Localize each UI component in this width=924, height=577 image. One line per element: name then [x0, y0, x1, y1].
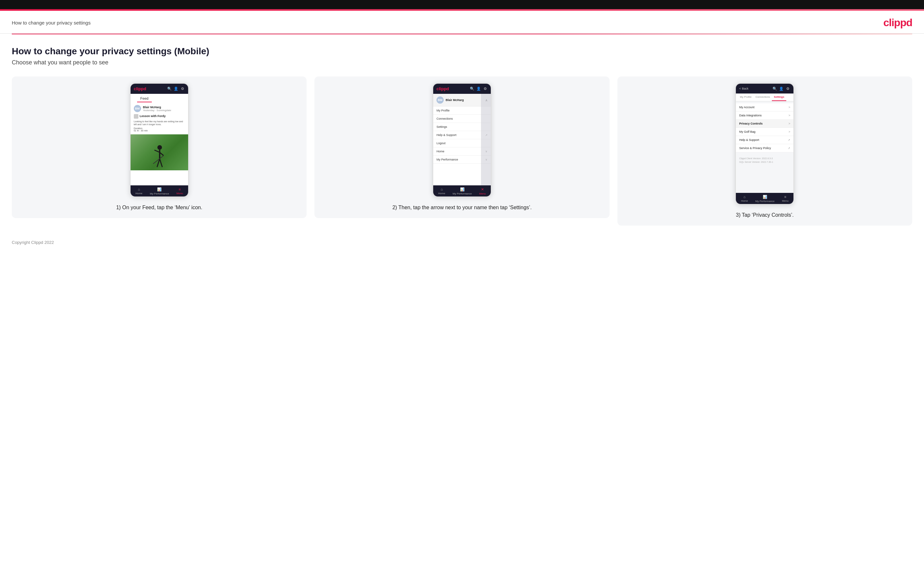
settings-item-privacycontrols: Privacy Controls >	[736, 120, 793, 128]
search-icon-3: 🔍	[772, 86, 777, 91]
phone-3-tabbar: ⌂ Home 📊 My Performance ≡ Menu	[736, 193, 793, 204]
search-icon-2: 🔍	[470, 87, 475, 91]
settings-icon-3: ⚙	[786, 86, 790, 91]
phone-1-tabbar: ⌂ Home 📊 My Performance ≡ Menu	[131, 185, 188, 197]
menu-avatar: BM	[436, 97, 444, 104]
search-icon: 🔍	[167, 87, 172, 91]
phone-1-icons: 🔍 👤 ⚙	[167, 87, 185, 91]
step-3-caption: 3) Tap ‘Privacy Controls’.	[736, 211, 794, 219]
settings-item-mygolfbag: My Golf Bag >	[736, 128, 793, 136]
settings-back-button: < Back	[739, 87, 748, 90]
settings-tab-settings: Settings	[772, 93, 786, 101]
menu-user-left: BM Blair McHarg	[436, 97, 464, 104]
tab-menu-3: ≡ Menu	[782, 195, 788, 203]
feed-lesson-desc: Looking to feel like my hands are exitin…	[134, 120, 185, 126]
feed-user-name: Blair McHarg	[143, 106, 171, 109]
settings-item-helpsupport: Help & Support ↗	[736, 136, 793, 144]
phone-1-content: Feed BM Blair McHarg Yesterday · Sunning…	[131, 94, 188, 185]
tab-performance-2: 📊 My Performance	[452, 187, 472, 195]
settings-content: My Account > Data Integrations > Privacy…	[736, 102, 793, 193]
feed-duration: Duration 01 hr : 30 min	[134, 127, 185, 132]
feed-golf-image	[131, 134, 188, 170]
user-icon-3: 👤	[779, 86, 783, 91]
settings-tab-myprofile: My Profile	[738, 93, 754, 101]
svg-line-5	[160, 159, 162, 167]
chevron-privacycontrols: >	[788, 122, 790, 125]
blurred-bg	[481, 94, 491, 185]
step-2-caption: 2) Then, tap the arrow next to your name…	[392, 204, 532, 211]
settings-tab-connections: Connections	[754, 93, 772, 101]
settings-tabs: My Profile Connections Settings	[736, 93, 793, 102]
page-subheading: Choose what you want people to see	[12, 59, 912, 66]
chevron-dataintegrations: >	[788, 114, 790, 117]
feed-user-row: BM Blair McHarg Yesterday · Sunningdale	[134, 105, 185, 112]
user-icon: 👤	[174, 87, 178, 91]
feed-user-info: Blair McHarg Yesterday · Sunningdale	[143, 106, 171, 112]
golfer-svg	[151, 144, 168, 170]
feed-avatar: BM	[134, 105, 141, 112]
settings-item-dataintegrations: Data Integrations >	[736, 111, 793, 120]
chevron-mygolfbag: >	[788, 130, 790, 134]
svg-point-0	[157, 145, 162, 150]
chevron-myaccount: >	[788, 106, 790, 109]
feed-post: BM Blair McHarg Yesterday · Sunningdale …	[131, 102, 188, 134]
step-3-card: < Back 🔍 👤 ⚙ My Profile Connections Sett…	[617, 76, 912, 226]
tab-home: ⌂ Home	[136, 187, 142, 195]
tab-home-2: ⌂ Home	[438, 187, 445, 195]
step-3-phone: < Back 🔍 👤 ⚙ My Profile Connections Sett…	[735, 83, 794, 205]
top-bar	[0, 0, 924, 9]
settings-item-privacy-policy: Service & Privacy Policy ↗	[736, 144, 793, 152]
settings-back-bar: < Back 🔍 👤 ⚙	[736, 84, 793, 93]
settings-list: My Account > Data Integrations > Privacy…	[736, 102, 793, 154]
steps-container: clippd 🔍 👤 ⚙ Feed BM	[12, 76, 912, 226]
step-2-phone: clippd 🔍 👤 ⚙ BM Blair McHarg	[433, 83, 491, 197]
settings-icon: ⚙	[180, 87, 185, 91]
main-content: How to change your privacy settings (Mob…	[0, 34, 924, 234]
phone-2-content: BM Blair McHarg ∧ My Profile Connections	[433, 94, 491, 185]
tab-performance: 📊 My Performance	[150, 187, 169, 195]
step-1-caption: 1) On your Feed, tap the ‘Menu’ icon.	[116, 204, 202, 211]
feed-lesson-title: Lesson with Fordy	[140, 114, 166, 118]
phone-2-header: clippd 🔍 👤 ⚙	[433, 84, 491, 94]
svg-line-2	[154, 150, 160, 152]
page-heading: How to change your privacy settings (Mob…	[12, 46, 912, 56]
copyright: Copyright Clippd 2022	[12, 240, 54, 245]
ext-link-privacypolicy: ↗	[788, 147, 790, 150]
phone-1-header: clippd 🔍 👤 ⚙	[131, 84, 188, 94]
tab-close: ✕ Menu	[479, 187, 486, 195]
ext-link-helpsupport: ↗	[788, 139, 790, 142]
phone-1-logo: clippd	[134, 86, 146, 91]
step-1-card: clippd 🔍 👤 ⚙ Feed BM	[12, 76, 307, 218]
feed-user-date: Yesterday · Sunningdale	[143, 109, 171, 112]
phone-3-icons: 🔍 👤 ⚙	[772, 86, 790, 91]
footer: Copyright Clippd 2022	[0, 234, 924, 251]
settings-item-myaccount: My Account >	[736, 103, 793, 111]
header: How to change your privacy settings clip…	[0, 11, 924, 34]
phone-2-logo: clippd	[436, 86, 449, 91]
tab-menu: ≡ Menu	[176, 187, 183, 195]
step-1-phone: clippd 🔍 👤 ⚙ Feed BM	[130, 83, 189, 197]
settings-icon-2: ⚙	[483, 87, 488, 91]
phone-2-icons: 🔍 👤 ⚙	[470, 87, 488, 91]
tab-home-3: ⌂ Home	[741, 195, 748, 203]
phone-2-tabbar: ⌂ Home 📊 My Performance ✕ Menu	[433, 185, 491, 197]
settings-version: Clippd Client Version: 2022.8.3-3 GQL Se…	[736, 154, 793, 166]
step-2-card: clippd 🔍 👤 ⚙ BM Blair McHarg	[315, 76, 609, 218]
menu-user-name: Blair McHarg	[446, 98, 464, 102]
tab-performance-3: 📊 My Performance	[756, 195, 775, 203]
logo: clippd	[884, 17, 912, 29]
header-title: How to change your privacy settings	[12, 20, 90, 26]
feed-tab: Feed	[137, 94, 152, 102]
user-icon-2: 👤	[477, 87, 481, 91]
